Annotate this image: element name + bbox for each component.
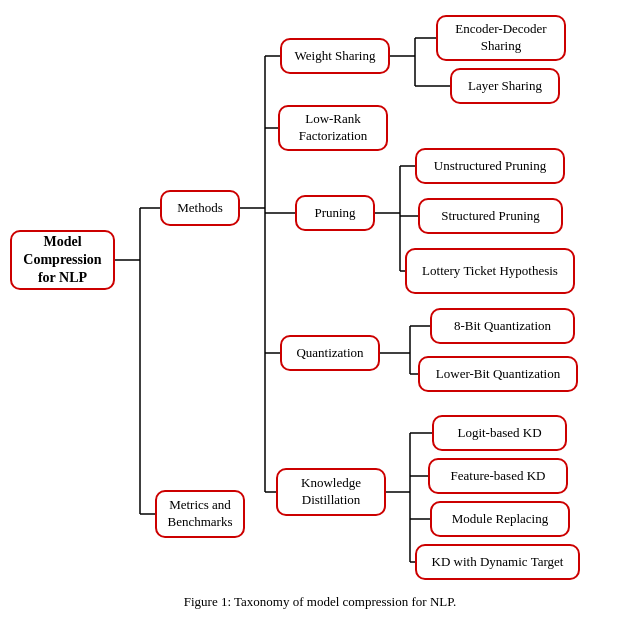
structured-pruning-label: Structured Pruning bbox=[441, 208, 540, 225]
feature-kd-label: Feature-based KD bbox=[451, 468, 546, 485]
module-replacing-node: Module Replacing bbox=[430, 501, 570, 537]
knowledge-distillation-node: Knowledge Distillation bbox=[276, 468, 386, 516]
logit-kd-node: Logit-based KD bbox=[432, 415, 567, 451]
quantization-node: Quantization bbox=[280, 335, 380, 371]
methods-node: Methods bbox=[160, 190, 240, 226]
metrics-node: Metrics and Benchmarks bbox=[155, 490, 245, 538]
module-replacing-label: Module Replacing bbox=[452, 511, 548, 528]
diagram: Model Compression for NLP Methods Metric… bbox=[0, 0, 640, 590]
low-rank-node: Low-Rank Factorization bbox=[278, 105, 388, 151]
knowledge-distillation-label: Knowledge Distillation bbox=[301, 475, 361, 509]
layer-sharing-label: Layer Sharing bbox=[468, 78, 542, 95]
structured-pruning-node: Structured Pruning bbox=[418, 198, 563, 234]
lower-bit-quant-label: Lower-Bit Quantization bbox=[436, 366, 560, 383]
kd-dynamic-label: KD with Dynamic Target bbox=[432, 554, 564, 571]
bit8-quant-node: 8-Bit Quantization bbox=[430, 308, 575, 344]
metrics-label: Metrics and Benchmarks bbox=[168, 497, 233, 531]
logit-kd-label: Logit-based KD bbox=[457, 425, 541, 442]
lower-bit-quant-node: Lower-Bit Quantization bbox=[418, 356, 578, 392]
lottery-ticket-node: Lottery Ticket Hypothesis bbox=[405, 248, 575, 294]
quantization-label: Quantization bbox=[296, 345, 363, 362]
low-rank-label: Low-Rank Factorization bbox=[299, 111, 368, 145]
layer-sharing-node: Layer Sharing bbox=[450, 68, 560, 104]
kd-dynamic-node: KD with Dynamic Target bbox=[415, 544, 580, 580]
pruning-label: Pruning bbox=[314, 205, 355, 222]
methods-label: Methods bbox=[177, 200, 223, 217]
encoder-decoder-label: Encoder-Decoder Sharing bbox=[455, 21, 546, 55]
root-node: Model Compression for NLP bbox=[10, 230, 115, 290]
encoder-decoder-node: Encoder-Decoder Sharing bbox=[436, 15, 566, 61]
pruning-node: Pruning bbox=[295, 195, 375, 231]
weight-sharing-node: Weight Sharing bbox=[280, 38, 390, 74]
unstructured-pruning-label: Unstructured Pruning bbox=[434, 158, 546, 175]
bit8-quant-label: 8-Bit Quantization bbox=[454, 318, 551, 335]
root-label: Model Compression for NLP bbox=[20, 233, 105, 288]
lottery-ticket-label: Lottery Ticket Hypothesis bbox=[422, 263, 558, 280]
figure-caption: Figure 1: Taxonomy of model compression … bbox=[0, 590, 640, 610]
feature-kd-node: Feature-based KD bbox=[428, 458, 568, 494]
weight-sharing-label: Weight Sharing bbox=[295, 48, 376, 65]
unstructured-pruning-node: Unstructured Pruning bbox=[415, 148, 565, 184]
